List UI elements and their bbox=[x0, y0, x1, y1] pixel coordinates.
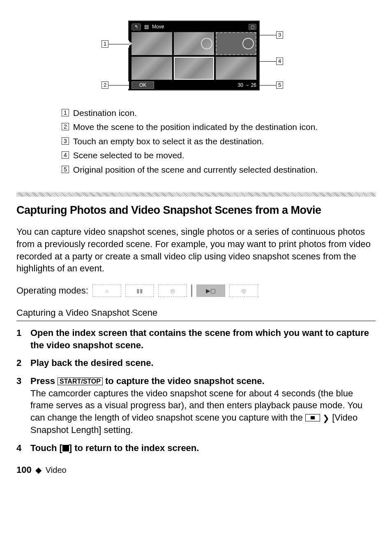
legend-num: 4 bbox=[62, 151, 69, 159]
legend-text: Destination icon. bbox=[73, 107, 376, 119]
legend-num: 5 bbox=[62, 166, 69, 173]
start-stop-key: START/STOP bbox=[58, 377, 103, 385]
submenu-arrow-icon: ❯ bbox=[323, 414, 330, 423]
operating-modes-label: Operating modes: bbox=[16, 285, 88, 296]
page-number: 100 bbox=[16, 465, 32, 475]
stop-icon bbox=[62, 445, 69, 451]
legend-item: 1 Destination icon. bbox=[62, 107, 376, 119]
mode-icon-photo-playback: ◎ bbox=[229, 285, 258, 297]
figure-legend: 1 Destination icon. 2 Move the scene to … bbox=[62, 107, 376, 176]
step-head: Open the index screen that contains the … bbox=[30, 328, 369, 350]
step-item: Press START/STOP to capture the video sn… bbox=[16, 375, 376, 436]
move-label: Move bbox=[152, 24, 164, 30]
legend-item: 2 Move the scene to the position indicat… bbox=[62, 121, 376, 133]
callout-1: 1 bbox=[101, 40, 129, 48]
footer-section-name: Video bbox=[46, 465, 67, 474]
legend-item: 5 Original position of the scene and cur… bbox=[62, 164, 376, 176]
callout-5: 5 bbox=[260, 81, 283, 89]
thumbnail bbox=[131, 57, 172, 80]
mode-icon-auto: ⌂ bbox=[92, 285, 121, 297]
callout-3: 3 bbox=[260, 31, 283, 39]
mode-icon-manual: ▮▮ bbox=[125, 285, 154, 297]
legend-text: Move the scene to the position indicated… bbox=[73, 121, 376, 133]
step-head: Press START/STOP to capture the video sn… bbox=[30, 376, 265, 386]
steps-list: Open the index screen that contains the … bbox=[16, 327, 376, 454]
step-item: Play back the desired scene. bbox=[16, 357, 376, 369]
step-item: Touch [] to return to the index screen. bbox=[16, 442, 376, 454]
thumbnail bbox=[216, 57, 256, 80]
section-title: Capturing Photos and Video Snapshot Scen… bbox=[16, 204, 376, 217]
mode-icon-cinema: ◎ bbox=[158, 285, 187, 297]
legend-num: 1 bbox=[62, 109, 69, 116]
section-intro: You can capture video snapshot scenes, s… bbox=[16, 226, 376, 275]
destination-marker-icon bbox=[129, 41, 132, 46]
step-head: Touch [] to return to the index screen. bbox=[30, 443, 199, 453]
legend-item: 3 Touch an empty box to select it as the… bbox=[62, 135, 376, 148]
camera-icon: ▢ bbox=[249, 24, 256, 30]
screen-topbar: ↰ ▤ Move ▢ bbox=[129, 21, 259, 32]
section-divider bbox=[16, 192, 376, 197]
subsection-title: Capturing a Video Snapshot Scene bbox=[16, 308, 376, 318]
thumbnail bbox=[131, 32, 172, 55]
legend-num: 3 bbox=[62, 137, 69, 145]
position-info: 30 → 26 bbox=[238, 82, 256, 88]
thumbnail-selected bbox=[174, 57, 214, 80]
screen-bottombar: OK 30 → 26 bbox=[129, 80, 259, 89]
step-body: The camcorder captures the video snapsho… bbox=[30, 388, 362, 435]
legend-item: 4 Scene selected to be moved. bbox=[62, 149, 376, 162]
step-head: Play back the desired scene. bbox=[30, 358, 154, 368]
subsection-rule bbox=[16, 321, 376, 321]
mode-divider bbox=[191, 285, 192, 297]
thumbnail-empty bbox=[216, 32, 256, 55]
callout-4: 4 bbox=[260, 58, 283, 65]
thumbnail bbox=[174, 32, 214, 55]
legend-text: Scene selected to be moved. bbox=[73, 149, 376, 162]
select-circle-icon bbox=[201, 38, 212, 49]
back-icon: ↰ bbox=[131, 23, 141, 30]
camera-screen: ↰ ▤ Move ▢ OK 30 → 26 bbox=[128, 21, 260, 90]
legend-num: 2 bbox=[62, 123, 69, 130]
legend-text: Touch an empty box to select it as the d… bbox=[73, 135, 376, 148]
footer-diamond-icon: ◆ bbox=[35, 465, 42, 474]
mode-icon-movie-playback: ▶▢ bbox=[196, 285, 225, 297]
move-screen-figure: ↰ ▤ Move ▢ OK 30 → 26 bbox=[106, 21, 286, 95]
callout-2: 2 bbox=[101, 81, 129, 89]
menu-box-icon bbox=[305, 414, 320, 421]
ok-button: OK bbox=[131, 81, 154, 89]
select-circle-icon bbox=[242, 38, 254, 49]
operating-modes-row: Operating modes: ⌂ ▮▮ ◎ ▶▢ ◎ bbox=[16, 285, 376, 297]
legend-text: Original position of the scene and curre… bbox=[73, 164, 376, 176]
page-footer: 100 ◆ Video bbox=[16, 465, 376, 475]
step-item: Open the index screen that contains the … bbox=[16, 327, 376, 351]
thumbnail-grid bbox=[129, 32, 259, 80]
move-icon: ▤ bbox=[144, 24, 149, 30]
